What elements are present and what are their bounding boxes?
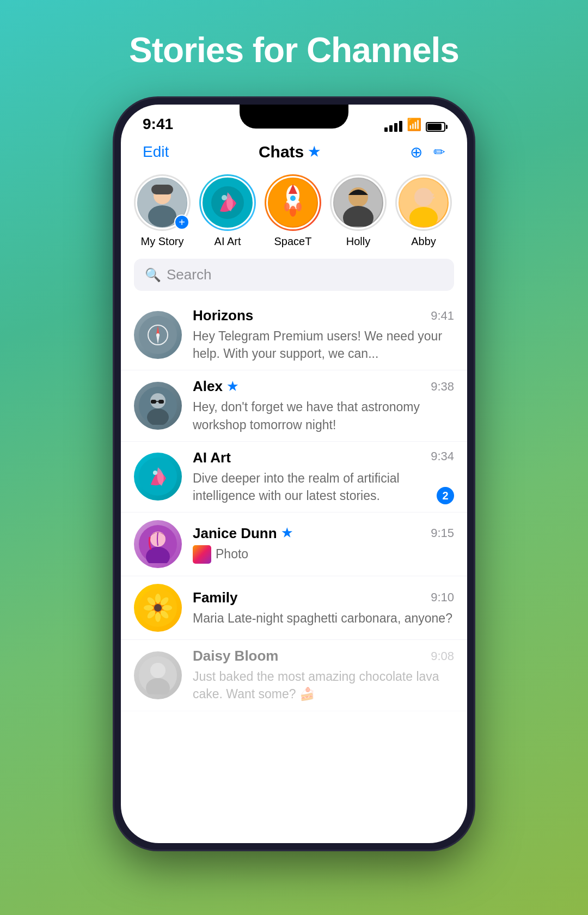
status-bar: 9:41 📶 — [121, 105, 467, 137]
janice-star-icon: ★ — [281, 526, 292, 540]
svg-point-49 — [150, 663, 166, 678]
search-placeholder: Search — [167, 266, 211, 283]
story-item-abby[interactable]: Abby — [395, 174, 452, 248]
abby-avatar-img — [400, 179, 448, 227]
svg-point-13 — [290, 206, 296, 217]
stories-row: + My Story — [121, 170, 467, 259]
chat-avatar-ai-art — [134, 453, 182, 501]
story-label-ai-art: AI Art — [215, 235, 241, 248]
notch — [240, 105, 348, 129]
story-avatar-holly[interactable] — [330, 174, 387, 231]
ai-art-avatar-img — [204, 179, 252, 227]
status-icons: 📶 — [384, 118, 445, 133]
svg-point-33 — [153, 471, 157, 475]
search-icon: 🔍 — [145, 267, 161, 283]
story-item-my-story[interactable]: + My Story — [134, 174, 191, 248]
chat-preview-ai-art: Dive deeper into the realm of artificial… — [193, 469, 437, 504]
chat-list: Horizons 9:41 Hey Telegram Premium users… — [121, 300, 467, 711]
chat-preview-alex: Hey, don't forget we have that astronomy… — [193, 398, 454, 433]
chat-time-ai-art: 9:34 — [431, 449, 454, 463]
chat-body-alex: Alex ★ 9:38 Hey, don't forget we have th… — [193, 378, 454, 433]
add-story-icon[interactable]: ⊕ — [410, 143, 422, 161]
spacet-avatar-img — [269, 179, 317, 227]
search-bar[interactable]: 🔍 Search — [134, 259, 454, 291]
svg-rect-29 — [151, 400, 156, 404]
story-avatar-ai-art[interactable] — [199, 174, 256, 231]
story-label-holly: Holly — [346, 235, 370, 248]
story-avatar-spacet[interactable] — [265, 174, 321, 231]
chat-time-daisy-bloom: 9:08 — [431, 649, 454, 663]
svg-point-40 — [155, 594, 161, 603]
svg-point-44 — [155, 612, 161, 622]
chat-item-alex[interactable]: Alex ★ 9:38 Hey, don't forget we have th… — [121, 370, 467, 441]
story-item-holly[interactable]: Holly — [330, 174, 387, 248]
nav-actions: ⊕ ✏︎ — [410, 143, 445, 161]
phone-frame: 9:41 📶 Edit Chats ★ — [114, 98, 474, 850]
chat-avatar-alex — [134, 382, 182, 430]
svg-point-2 — [148, 205, 176, 227]
chat-body-daisy-bloom: Daisy Bloom 9:08 Just baked the most ama… — [193, 648, 454, 703]
chat-avatar-daisy-bloom — [134, 651, 182, 699]
story-label-abby: Abby — [411, 235, 436, 248]
nav-title: Chats ★ — [259, 143, 320, 161]
photo-thumbnail — [193, 545, 211, 564]
chat-avatar-family — [134, 584, 182, 632]
svg-point-12 — [296, 203, 302, 211]
chat-item-family[interactable]: Family 9:10 Maria Late-night spaghetti c… — [121, 576, 467, 640]
status-time: 9:41 — [143, 115, 173, 133]
add-story-button[interactable]: + — [174, 215, 189, 230]
nav-star-icon: ★ — [308, 144, 320, 160]
alex-star-icon: ★ — [227, 380, 238, 394]
chat-item-daisy-bloom[interactable]: Daisy Bloom 9:08 Just baked the most ama… — [121, 640, 467, 711]
chat-preview-daisy-bloom: Just baked the most amazing chocolate la… — [193, 668, 454, 703]
chat-name-janice-dunn: Janice Dunn ★ — [193, 525, 292, 542]
svg-point-39 — [154, 604, 162, 612]
story-item-spacet[interactable]: SpaceT — [265, 174, 321, 248]
svg-point-42 — [162, 605, 172, 611]
chat-time-alex: 9:38 — [431, 380, 454, 394]
story-avatar-abby[interactable] — [395, 174, 452, 231]
chat-body-janice-dunn: Janice Dunn ★ 9:15 Photo — [193, 525, 454, 564]
chat-body-family: Family 9:10 Maria Late-night spaghetti c… — [193, 589, 454, 627]
chat-name-horizons: Horizons — [193, 307, 253, 324]
chat-avatar-janice-dunn — [134, 520, 182, 568]
chat-time-horizons: 9:41 — [431, 309, 454, 323]
svg-point-11 — [284, 203, 290, 211]
story-avatar-my-story[interactable]: + — [134, 174, 191, 231]
svg-point-25 — [156, 333, 160, 337]
chat-preview-family: Maria Late-night spaghetti carbonara, an… — [193, 609, 454, 627]
chat-item-janice-dunn[interactable]: Janice Dunn ★ 9:15 Photo — [121, 513, 467, 576]
holly-avatar-img — [334, 179, 382, 227]
svg-point-19 — [414, 188, 433, 206]
chat-item-horizons[interactable]: Horizons 9:41 Hey Telegram Premium users… — [121, 300, 467, 370]
chat-name-alex: Alex ★ — [193, 378, 238, 395]
chat-name-daisy-bloom: Daisy Bloom — [193, 648, 279, 664]
chat-body-horizons: Horizons 9:41 Hey Telegram Premium users… — [193, 307, 454, 362]
nav-bar: Edit Chats ★ ⊕ ✏︎ — [121, 137, 467, 170]
svg-rect-30 — [158, 400, 164, 404]
wifi-icon: 📶 — [407, 118, 421, 132]
ai-art-badge: 2 — [437, 487, 454, 504]
story-label-my-story: My Story — [141, 235, 184, 248]
svg-rect-3 — [151, 185, 173, 194]
chat-body-ai-art: AI Art 9:34 Dive deeper into the realm o… — [193, 449, 454, 504]
story-label-spacet: SpaceT — [274, 235, 312, 248]
chat-time-family: 9:10 — [431, 590, 454, 605]
chat-preview-horizons: Hey Telegram Premium users! We need your… — [193, 327, 454, 362]
chat-name-ai-art: AI Art — [193, 449, 231, 466]
svg-point-6 — [222, 195, 227, 200]
chat-preview-janice-dunn: Photo — [193, 545, 454, 564]
edit-button[interactable]: Edit — [143, 143, 169, 161]
signal-icon — [384, 121, 402, 132]
chat-name-family: Family — [193, 589, 237, 606]
chat-avatar-horizons — [134, 311, 182, 359]
story-item-ai-art[interactable]: AI Art — [199, 174, 256, 248]
svg-point-46 — [144, 605, 154, 611]
phone-screen: 9:41 📶 Edit Chats ★ — [121, 105, 467, 843]
compose-icon[interactable]: ✏︎ — [433, 144, 445, 161]
chat-time-janice-dunn: 9:15 — [431, 526, 454, 540]
chat-item-ai-art[interactable]: AI Art 9:34 Dive deeper into the realm o… — [121, 442, 467, 513]
page-title: Stories for Channels — [0, 30, 588, 70]
svg-point-14 — [290, 196, 296, 201]
battery-icon — [426, 122, 445, 132]
